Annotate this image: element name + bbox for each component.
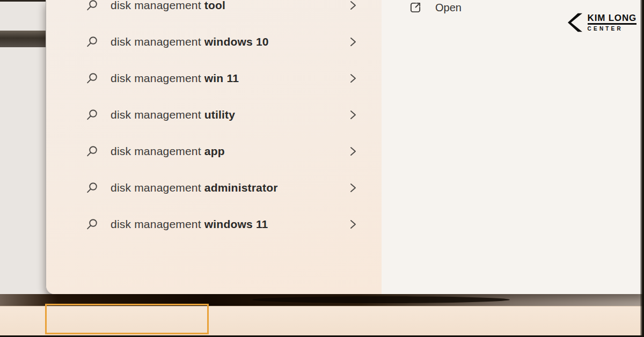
suggestion-completion-text: tool	[204, 0, 225, 11]
search-icon	[86, 0, 99, 12]
logo-text: KIM LONG CENTER	[588, 13, 636, 32]
search-icon	[86, 218, 99, 231]
search-icon	[86, 181, 99, 194]
suggestion-query-text: disk management	[111, 108, 204, 121]
suggestion-text: disk management win 11	[111, 72, 239, 85]
search-icon	[86, 108, 99, 121]
suggestion-text: disk management administrator	[111, 181, 278, 194]
suggestion-row[interactable]: disk management windows 10	[46, 24, 382, 60]
search-flyout-panel: disk management tool disk management win…	[46, 0, 644, 294]
chevron-right-icon[interactable]	[349, 36, 357, 47]
suggestion-query-text: disk management	[111, 72, 204, 84]
suggestion-query-text: disk management	[111, 0, 204, 11]
suggestion-query-text: disk management	[111, 145, 204, 157]
search-preview-pane: Open	[382, 0, 644, 294]
suggestion-query-text: disk management	[111, 181, 204, 194]
search-suggestions-pane: disk management tool disk management win…	[46, 0, 382, 294]
chevron-right-icon[interactable]	[349, 219, 357, 230]
open-label: Open	[435, 2, 462, 14]
screen: disk management tool disk management win…	[0, 0, 644, 337]
kim-long-center-logo: KIM LONG CENTER	[568, 11, 636, 34]
suggestion-row[interactable]: disk management win 11	[46, 60, 382, 97]
suggestion-row[interactable]: disk management windows 11	[46, 206, 382, 243]
suggestion-text: disk management tool	[111, 0, 225, 12]
suggestion-completion-text: windows 10	[204, 35, 269, 48]
open-external-icon	[408, 1, 422, 14]
suggestion-query-text: disk management	[111, 35, 204, 48]
suggestion-completion-text: app	[204, 145, 225, 157]
chevron-right-icon[interactable]	[349, 109, 357, 120]
suggestion-row[interactable]: disk management administrator	[46, 170, 382, 206]
search-icon	[86, 35, 99, 48]
suggestion-text: disk management app	[111, 145, 225, 158]
wallpaper-shape	[252, 296, 510, 303]
suggestion-row[interactable]: disk management app	[46, 133, 382, 170]
suggestion-query-text: disk management	[111, 218, 204, 230]
logo-line1: KIM LONG	[588, 13, 636, 25]
suggestion-completion-text: administrator	[204, 181, 278, 194]
desktop-wallpaper-stripe	[0, 31, 46, 47]
suggestion-text: disk management windows 11	[111, 218, 268, 231]
suggestion-text: disk management windows 10	[111, 35, 269, 48]
suggestion-completion-text: win 11	[204, 72, 239, 84]
logo-chevron-icon	[568, 11, 584, 34]
logo-line2: CENTER	[588, 26, 636, 32]
chevron-right-icon[interactable]	[349, 0, 357, 11]
suggestion-row[interactable]: disk management utility	[46, 97, 382, 133]
chevron-right-icon[interactable]	[349, 182, 357, 193]
open-command[interactable]: Open	[408, 1, 462, 14]
search-icon	[86, 72, 99, 85]
search-icon	[86, 145, 99, 158]
screen-edge-artifact	[640, 0, 644, 337]
chevron-right-icon[interactable]	[349, 73, 357, 84]
chevron-right-icon[interactable]	[349, 146, 357, 157]
screen-edge-artifact	[0, 0, 46, 2]
suggestion-text: disk management utility	[111, 108, 235, 121]
taskbar: Disk Management 37 LINE	[0, 306, 644, 337]
suggestion-completion-text: windows 11	[204, 218, 268, 230]
suggestion-completion-text: utility	[204, 108, 235, 121]
suggestion-row[interactable]: disk management tool	[46, 0, 382, 24]
suggestions-list: disk management tool disk management win…	[46, 0, 382, 243]
